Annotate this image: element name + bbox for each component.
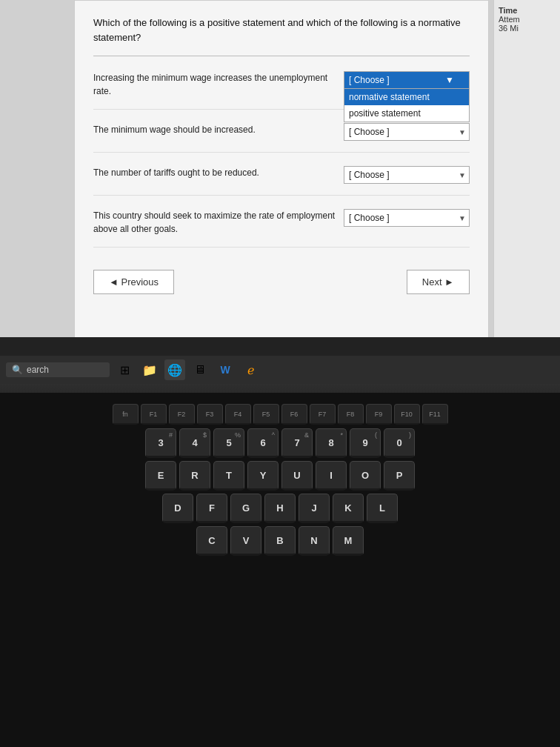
minutes-label: 36 Mi: [499, 24, 556, 33]
qwerty-row: E R T Y U I O P: [0, 461, 560, 491]
statement-text-1: Increasing the minimum wage increases th…: [93, 71, 344, 98]
previous-button[interactable]: ◄ Previous: [93, 270, 174, 294]
asdf-row: D F G H J K L: [0, 494, 560, 523]
taskbar-icon-folder[interactable]: 📁: [139, 359, 160, 380]
key-p[interactable]: P: [384, 461, 415, 491]
key-f5[interactable]: F5: [253, 404, 279, 425]
dropdown-select-2[interactable]: [ Choose ] normative statement positive …: [344, 123, 470, 141]
dropdown-3[interactable]: [ Choose ] normative statement positive …: [344, 166, 470, 184]
key-u[interactable]: U: [281, 461, 313, 491]
key-0[interactable]: ) 0: [384, 428, 415, 458]
content-panel: Which of the following is a positive sta…: [74, 0, 489, 341]
taskbar-icon-windows[interactable]: ⊞: [114, 359, 135, 380]
key-9[interactable]: ( 9: [350, 428, 381, 458]
statement-text-3: The number of tariffs ought to be reduce…: [93, 166, 344, 179]
key-m[interactable]: M: [333, 526, 364, 556]
dropdown-select-3[interactable]: [ Choose ] normative statement positive …: [344, 166, 470, 184]
key-h[interactable]: H: [264, 494, 296, 523]
taskbar-icon-chrome[interactable]: 🌐: [164, 359, 185, 380]
key-f3[interactable]: F3: [197, 404, 223, 425]
taskbar-icon-explorer[interactable]: 🖥: [190, 359, 210, 380]
dropdown-selected-1[interactable]: [ Choose ] ▼: [344, 71, 470, 89]
taskbar-search[interactable]: 🔍 earch: [6, 362, 110, 377]
key-d[interactable]: D: [162, 494, 193, 523]
taskbar-icon-ie[interactable]: ℯ: [240, 359, 261, 380]
key-l[interactable]: L: [367, 494, 398, 523]
next-button[interactable]: Next ►: [407, 270, 470, 294]
key-e[interactable]: E: [145, 461, 176, 491]
key-fn[interactable]: fn: [113, 404, 139, 425]
dropdown-options-1: normative statement positive statement: [344, 89, 470, 122]
key-3[interactable]: # 3: [145, 428, 176, 458]
key-f2[interactable]: F2: [169, 404, 195, 425]
option-normative-1[interactable]: normative statement: [344, 89, 469, 105]
taskbar-icon-word[interactable]: W: [215, 359, 236, 380]
key-c[interactable]: C: [196, 526, 227, 556]
option-positive-1[interactable]: positive statement: [344, 105, 469, 122]
key-4[interactable]: $ 4: [179, 428, 210, 458]
key-6[interactable]: ^ 6: [247, 428, 279, 458]
key-v[interactable]: V: [230, 526, 261, 556]
dropdown-select-4[interactable]: [ Choose ] normative statement positive …: [344, 209, 470, 227]
statement-text-4: This country should seek to maximize the…: [93, 209, 344, 236]
search-icon: 🔍: [12, 365, 23, 375]
key-y[interactable]: Y: [247, 461, 279, 491]
key-f8[interactable]: F8: [338, 404, 364, 425]
key-7[interactable]: & 7: [281, 428, 313, 458]
question-text: Which of the following is a positive sta…: [93, 16, 470, 56]
key-r[interactable]: R: [179, 461, 210, 491]
statement-text-2: The minimum wage should be increased.: [93, 123, 344, 136]
key-i[interactable]: I: [316, 461, 347, 491]
key-f6[interactable]: F6: [281, 404, 307, 425]
fn-row: fn F1 F2 F3 F4 F5 F6 F7 F8 F9 F10 F11: [0, 404, 560, 425]
answer-row-1: Increasing the minimum wage increases th…: [93, 71, 470, 110]
key-f11[interactable]: F11: [422, 404, 448, 425]
key-t[interactable]: T: [213, 461, 244, 491]
key-f1[interactable]: F1: [141, 404, 167, 425]
attempt-label: Attem: [499, 15, 556, 24]
key-o[interactable]: O: [350, 461, 381, 491]
taskbar: 🔍 earch ⊞ 📁 🌐 🖥 W ℯ: [0, 356, 560, 384]
answer-row-4: This country should seek to maximize the…: [93, 209, 470, 248]
key-5[interactable]: % 5: [213, 428, 244, 458]
taskbar-search-text: earch: [27, 365, 49, 375]
keyboard-area: fn F1 F2 F3 F4 F5 F6 F7 F8 F9 F10 F11 # …: [0, 393, 560, 747]
key-f9[interactable]: F9: [366, 404, 392, 425]
timer-panel: Time Attem 36 Mi: [493, 0, 560, 341]
dropdown-1[interactable]: [ Choose ] ▼ normative statement positiv…: [344, 71, 470, 89]
dropdown-4[interactable]: [ Choose ] normative statement positive …: [344, 209, 470, 227]
key-f7[interactable]: F7: [310, 404, 336, 425]
nav-buttons: ◄ Previous Next ►: [93, 262, 470, 294]
key-f[interactable]: F: [196, 494, 227, 523]
timer-label: Time: [499, 6, 556, 15]
key-8[interactable]: * 8: [316, 428, 347, 458]
screen-area: Which of the following is a positive sta…: [0, 0, 560, 363]
key-f10[interactable]: F10: [394, 404, 420, 425]
key-g[interactable]: G: [230, 494, 261, 523]
dropdown-2[interactable]: [ Choose ] normative statement positive …: [344, 123, 470, 141]
answer-row-2: The minimum wage should be increased. [ …: [93, 123, 470, 153]
answer-row-3: The number of tariffs ought to be reduce…: [93, 166, 470, 196]
key-k[interactable]: K: [333, 494, 364, 523]
zxcv-row: C V B N M: [0, 526, 560, 556]
number-row: # 3 $ 4 % 5 ^ 6 & 7 * 8 ( 9 ) 0: [0, 428, 560, 458]
key-n[interactable]: N: [299, 526, 330, 556]
key-j[interactable]: J: [299, 494, 330, 523]
key-b[interactable]: B: [264, 526, 296, 556]
key-f4[interactable]: F4: [225, 404, 251, 425]
